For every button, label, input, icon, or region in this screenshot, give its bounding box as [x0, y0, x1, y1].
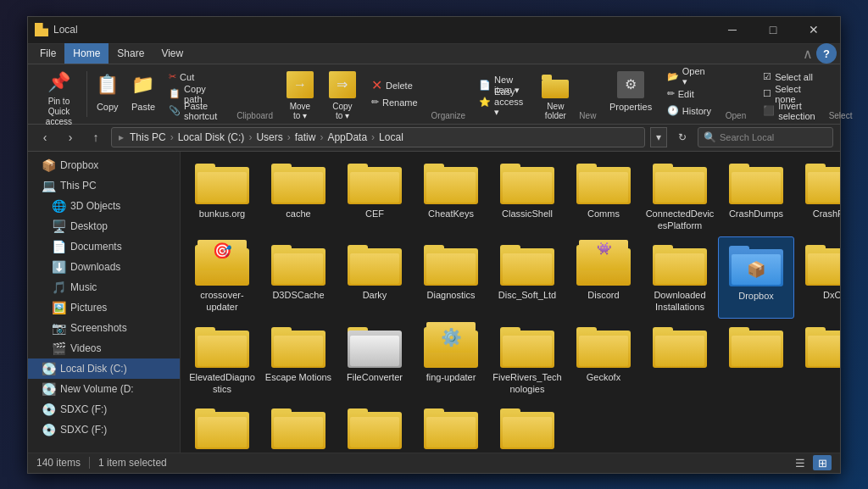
file-cache[interactable]: cache: [260, 155, 337, 237]
file-crossover[interactable]: 🎯 crossover-updater: [184, 236, 260, 319]
file-row4-5[interactable]: [260, 400, 337, 452]
list-view-button[interactable]: ☰: [791, 455, 810, 470]
file-darky[interactable]: Darky: [337, 236, 413, 319]
path-dropdown-button[interactable]: ▾: [650, 127, 667, 147]
sidebar-item-music[interactable]: 🎵 Music: [28, 277, 180, 297]
file-crashrpt[interactable]: CrashRpt: [794, 155, 840, 237]
minimize-button[interactable]: ─: [713, 16, 752, 43]
menu-view[interactable]: View: [153, 43, 192, 64]
path-users[interactable]: Users: [253, 131, 285, 144]
file-row4-7[interactable]: [413, 400, 489, 452]
sidebar-label-dropbox: Dropbox: [60, 159, 98, 171]
main-content: 📦 Dropbox 💻 This PC 🌐 3D Objects 🖥️ Desk…: [28, 152, 840, 453]
file-row4-4[interactable]: [184, 400, 260, 452]
sidebar-item-pictures[interactable]: 🖼️ Pictures: [28, 297, 180, 318]
file-row4-6[interactable]: [337, 400, 413, 452]
up-button[interactable]: ↑: [86, 127, 106, 147]
file-downloaded-installs[interactable]: Downloaded Installations: [642, 236, 718, 319]
maximize-button[interactable]: □: [754, 16, 793, 43]
sidebar-item-documents[interactable]: 📄 Documents: [28, 236, 180, 257]
sidebar-item-downloads[interactable]: ⬇️ Downloads: [28, 257, 180, 277]
rename-button[interactable]: ✏ Rename: [366, 95, 423, 110]
file-discord[interactable]: 👾 Discord: [565, 236, 642, 319]
grid-view-button[interactable]: ⊞: [813, 455, 832, 470]
select-label: Select: [829, 111, 853, 120]
sidebar-item-screenshots[interactable]: 📷 Screenshots: [28, 318, 180, 338]
invert-selection-button[interactable]: ⬛ Invert selection: [758, 103, 820, 119]
paste-button[interactable]: 📁 Paste: [126, 68, 160, 117]
edit-button[interactable]: ✏ Edit: [662, 86, 717, 102]
path-local-disk[interactable]: Local Disk (C:): [175, 131, 248, 144]
file-row4-8[interactable]: [489, 400, 565, 452]
address-path[interactable]: ▸ This PC › Local Disk (C:) › Users › fa…: [111, 127, 645, 147]
menu-home[interactable]: Home: [64, 43, 108, 64]
select-all-button[interactable]: ☑ Select all: [758, 69, 820, 85]
move-to-button[interactable]: → Moveto ▾: [280, 68, 320, 117]
file-row4-1[interactable]: [642, 319, 718, 401]
help-button[interactable]: ?: [816, 43, 837, 64]
forward-button[interactable]: ›: [60, 127, 81, 147]
sidebar-item-new-volume[interactable]: 💽 New Volume (D:: [28, 379, 180, 399]
file-geckofx[interactable]: Geckofx: [565, 319, 642, 401]
properties-button[interactable]: ⚙ Properties: [603, 68, 658, 117]
sidebar-item-this-pc[interactable]: 💻 This PC: [28, 175, 180, 196]
file-row4-2[interactable]: [718, 319, 794, 401]
easy-access-button[interactable]: ⭐ Easy access ▾: [474, 95, 535, 110]
file-bunkus[interactable]: bunkus.org: [184, 155, 260, 237]
search-box[interactable]: 🔍 Search Local: [698, 127, 833, 147]
history-button[interactable]: 🕐 History: [662, 103, 717, 119]
copy-path-button[interactable]: 📋 Copy path: [164, 86, 228, 102]
file-elevated-diagnostics[interactable]: ElevatedDiagnostics: [184, 319, 260, 401]
sidebar-item-sdxc-2[interactable]: 💿 SDXC (F:): [28, 420, 180, 440]
cut-icon: ✂: [169, 71, 176, 82]
file-cheatkeys[interactable]: CheatKeys: [413, 155, 489, 237]
refresh-button[interactable]: ↻: [672, 127, 693, 147]
sidebar-item-local-disk[interactable]: 💽 Local Disk (C:): [28, 358, 180, 379]
file-dropbox[interactable]: 📦 Dropbox: [718, 236, 794, 319]
file-connected-devices[interactable]: ConnectedDevicesPlatform: [642, 155, 718, 237]
sidebar-item-sdxc-1[interactable]: 💿 SDXC (F:): [28, 399, 180, 420]
menu-share[interactable]: Share: [108, 43, 153, 64]
path-local[interactable]: Local: [376, 131, 406, 144]
file-dxo[interactable]: DxO: [794, 236, 840, 319]
close-button[interactable]: ✕: [794, 16, 833, 43]
sdxc-1-icon: 💿: [42, 403, 55, 416]
ribbon-select-section: Select: [829, 68, 853, 120]
path-fatiw[interactable]: fatiw: [292, 131, 319, 144]
copy-to-button[interactable]: ⇒ Copyto ▾: [322, 68, 363, 117]
pin-to-quick-access-button[interactable]: 📌 Pin to Quickaccess: [35, 68, 83, 117]
new-folder-button[interactable]: Newfolder: [538, 68, 572, 117]
back-button[interactable]: ‹: [35, 127, 55, 147]
file-disc-soft[interactable]: Disc_Soft_Ltd: [489, 236, 565, 319]
ribbon-collapse-icon[interactable]: ∧: [803, 46, 813, 62]
select-none-button[interactable]: ☐ Select none: [758, 86, 820, 102]
ribbon: 📌 Pin to Quickaccess 📋 Copy 📁 Paste ✂ Cu…: [28, 64, 840, 125]
file-d3dscache[interactable]: D3DSCache: [260, 236, 337, 319]
file-fileconverter[interactable]: FileConverter: [337, 319, 413, 401]
sidebar-item-3d-objects[interactable]: 🌐 3D Objects: [28, 196, 180, 216]
sidebar-item-desktop[interactable]: 🖥️ Desktop: [28, 216, 180, 236]
path-appdata[interactable]: AppData: [325, 131, 370, 144]
sidebar-item-videos[interactable]: 🎬 Videos: [28, 338, 180, 358]
file-cef[interactable]: CEF: [337, 155, 413, 237]
file-comms[interactable]: Comms: [565, 155, 642, 237]
file-fing-updater[interactable]: ⚙️ fing-updater: [413, 319, 489, 401]
paste-shortcut-label: Paste shortcut: [184, 101, 223, 121]
file-crashdumps[interactable]: CrashDumps: [718, 155, 794, 237]
copy-button[interactable]: 📋 Copy: [91, 68, 125, 117]
copy-to-label: Copyto ▾: [332, 102, 352, 120]
path-this-pc[interactable]: This PC: [127, 131, 169, 144]
cut-button[interactable]: ✂ Cut: [164, 69, 228, 85]
sidebar-item-dropbox[interactable]: 📦 Dropbox: [28, 155, 180, 175]
file-escape-motions[interactable]: Escape Motions: [260, 319, 337, 401]
delete-button[interactable]: ✕ Delete: [366, 78, 423, 93]
menu-file[interactable]: File: [31, 43, 64, 64]
file-diagnostics[interactable]: Diagnostics: [413, 236, 489, 319]
open-button[interactable]: 📂 Open ▾: [662, 69, 717, 85]
chevron-2: ›: [248, 131, 252, 143]
file-fiverivers[interactable]: FiveRivers_Technologies: [489, 319, 565, 401]
ribbon-new-section: New: [579, 68, 596, 120]
file-classicshell[interactable]: ClassicShell: [489, 155, 565, 237]
file-row4-3[interactable]: [794, 319, 840, 401]
paste-shortcut-button[interactable]: 📎 Paste shortcut: [164, 103, 228, 119]
